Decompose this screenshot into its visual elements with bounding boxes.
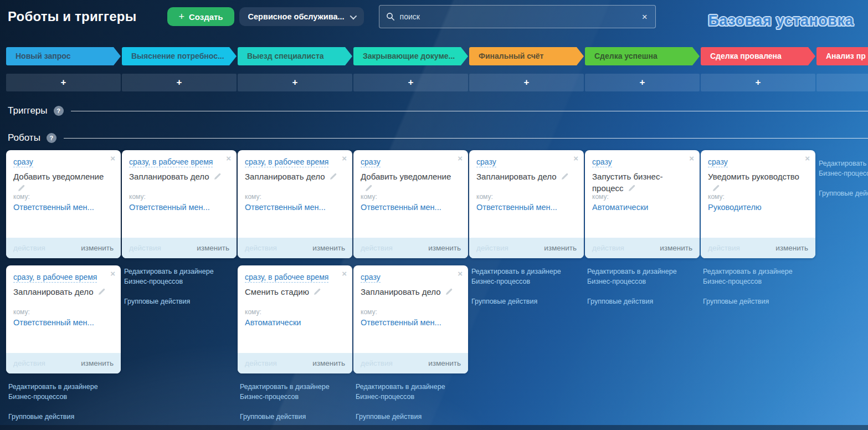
card-actions-link[interactable]: действия: [592, 244, 624, 252]
group-actions-link[interactable]: Групповые действия: [124, 298, 237, 305]
designer-link[interactable]: Редактировать в дизайнере Бизнес-процесс…: [471, 267, 569, 286]
designer-link[interactable]: Редактировать в дизайнере Бизнес-процесс…: [356, 382, 453, 402]
funnel-selector[interactable]: Сервисное обслужива...: [239, 7, 364, 26]
stage-header[interactable]: Выяснение потребнос...: [122, 47, 237, 65]
robot-recipient-link[interactable]: Руководителю: [708, 203, 762, 212]
robot-when-link[interactable]: сразу: [708, 157, 728, 167]
designer-link[interactable]: Редактировать в дизайнере Бизнес-процесс…: [8, 382, 106, 402]
stage-header[interactable]: Финальный счёт: [469, 47, 584, 65]
robot-when-link[interactable]: сразу: [476, 157, 496, 167]
card-actions-link[interactable]: действия: [361, 244, 393, 252]
group-actions-link[interactable]: Групповые действия: [587, 298, 700, 305]
robot-when-link[interactable]: сразу, в рабочее время: [129, 157, 213, 167]
group-actions-link[interactable]: Групповые действия: [240, 413, 352, 421]
add-robot-button[interactable]: +: [122, 74, 237, 91]
card-actions-link[interactable]: действия: [361, 359, 393, 367]
robot-recipient-link[interactable]: Ответственный мен...: [361, 203, 441, 212]
edit-pencil-icon[interactable]: [213, 172, 222, 183]
stage-row: Новый запросВыяснение потребнос...Выезд …: [6, 47, 868, 65]
add-robot-button[interactable]: +: [585, 74, 700, 91]
add-robot-button[interactable]: +: [701, 74, 815, 91]
card-footer: действия изменить: [353, 353, 468, 373]
card-actions-link[interactable]: действия: [476, 244, 509, 252]
robot-when-link[interactable]: сразу, в рабочее время: [245, 273, 328, 283]
edit-pencil-icon[interactable]: [329, 172, 337, 183]
card-edit-link[interactable]: изменить: [428, 359, 461, 367]
robot-when-link[interactable]: сразу: [361, 273, 381, 283]
robot-recipient-link[interactable]: Ответственный мен...: [245, 203, 326, 212]
edit-pencil-icon[interactable]: [445, 287, 453, 299]
add-robot-button[interactable]: +: [6, 74, 121, 91]
robot-when-link[interactable]: сразу, в рабочее время: [13, 273, 97, 283]
robot-when-link[interactable]: сразу: [361, 157, 381, 167]
robot-when-link[interactable]: сразу: [13, 157, 33, 167]
card-edit-link[interactable]: изменить: [312, 359, 345, 367]
add-robot-button[interactable]: +: [816, 74, 868, 91]
stage-header[interactable]: Выезд специалиста: [238, 47, 352, 65]
card-actions-link[interactable]: действия: [13, 359, 45, 367]
card-edit-link[interactable]: изменить: [660, 244, 692, 252]
designer-link[interactable]: Редактировать в дизайнере Бизнес-процесс…: [587, 267, 685, 286]
card-close-icon[interactable]: ×: [458, 154, 463, 162]
card-edit-link[interactable]: изменить: [197, 244, 229, 252]
triggers-help-icon[interactable]: ?: [54, 106, 64, 116]
card-close-icon[interactable]: ×: [805, 154, 810, 162]
robot-recipient-link[interactable]: Автоматически: [245, 318, 301, 327]
search-input[interactable]: [400, 12, 636, 21]
robot-recipient-link[interactable]: Ответственный мен...: [361, 318, 441, 327]
group-actions-link[interactable]: Групповые действия: [356, 413, 468, 421]
card-actions-link[interactable]: действия: [708, 244, 740, 252]
card-actions-link[interactable]: действия: [13, 244, 45, 252]
edit-pencil-icon[interactable]: [97, 287, 106, 299]
card-actions-link[interactable]: действия: [129, 244, 161, 252]
card-edit-link[interactable]: изменить: [81, 244, 114, 252]
card-close-icon[interactable]: ×: [342, 154, 347, 162]
create-button[interactable]: + Создать: [167, 7, 234, 26]
add-robot-button[interactable]: +: [353, 74, 468, 91]
group-actions-link[interactable]: Групповые действия: [703, 298, 815, 305]
card-close-icon[interactable]: ×: [342, 269, 347, 278]
card-close-icon[interactable]: ×: [226, 154, 231, 162]
designer-link[interactable]: Редактировать в дизайнере Бизнес-процесс…: [124, 267, 222, 286]
robots-help-icon[interactable]: ?: [47, 133, 57, 143]
robot-when-link[interactable]: сразу: [592, 157, 612, 167]
card-edit-link[interactable]: изменить: [775, 244, 808, 252]
stage-header[interactable]: Новый запрос: [6, 47, 121, 65]
card-actions-link[interactable]: действия: [245, 359, 277, 367]
card-close-icon[interactable]: ×: [110, 269, 115, 278]
stage-header[interactable]: Сделка успешна: [585, 47, 700, 65]
card-close-icon[interactable]: ×: [458, 269, 463, 278]
card-close-icon[interactable]: ×: [573, 154, 578, 162]
robot-recipient-link[interactable]: Ответственный мен...: [13, 318, 94, 327]
card-edit-link[interactable]: изменить: [312, 244, 345, 252]
stage-header[interactable]: Сделка провалена: [701, 47, 815, 65]
group-actions-link[interactable]: Групповые действия: [8, 413, 121, 421]
designer-link[interactable]: Редактировать в дизайнере Бизнес-процесс…: [703, 267, 800, 286]
robot-recipient-link[interactable]: Ответственный мен...: [476, 203, 557, 212]
robot-when-link[interactable]: сразу, в рабочее время: [245, 157, 328, 167]
designer-link[interactable]: Редактировать в дизайнере Бизнес-процесс…: [240, 382, 337, 402]
group-actions-link[interactable]: Групповые действия: [471, 298, 584, 305]
card-edit-link[interactable]: изменить: [544, 244, 577, 252]
robot-recipient-link[interactable]: Ответственный мен...: [13, 203, 94, 212]
edit-pencil-icon[interactable]: [313, 287, 321, 299]
card-edit-link[interactable]: изменить: [428, 244, 461, 252]
card-actions-link[interactable]: действия: [245, 244, 277, 252]
robot-column: сразу × Добавить уведомление кому: Ответ…: [6, 150, 121, 421]
robot-recipient-link[interactable]: Ответственный мен...: [129, 203, 210, 212]
card-close-icon[interactable]: ×: [110, 154, 115, 162]
add-robot-button[interactable]: +: [469, 74, 584, 91]
card-edit-link[interactable]: изменить: [81, 359, 114, 367]
edit-pencil-icon[interactable]: [628, 183, 636, 195]
stage-header[interactable]: Анализ пр: [816, 47, 868, 65]
add-robot-button[interactable]: +: [238, 74, 352, 91]
page-title: Роботы и триггеры: [8, 9, 136, 24]
clear-search-icon[interactable]: ×: [641, 12, 649, 22]
card-close-icon[interactable]: ×: [689, 154, 694, 162]
group-actions-link[interactable]: Групповые действия: [819, 190, 868, 197]
designer-link[interactable]: Редактировать в дизайнере Бизнес-процесс…: [819, 159, 868, 178]
robot-recipient-link[interactable]: Автоматически: [592, 203, 648, 212]
stage-header[interactable]: Закрывающие докуме...: [353, 47, 468, 65]
edit-pencil-icon[interactable]: [561, 172, 569, 183]
robot-card: сразу × Добавить уведомление кому: Ответ…: [353, 150, 468, 258]
